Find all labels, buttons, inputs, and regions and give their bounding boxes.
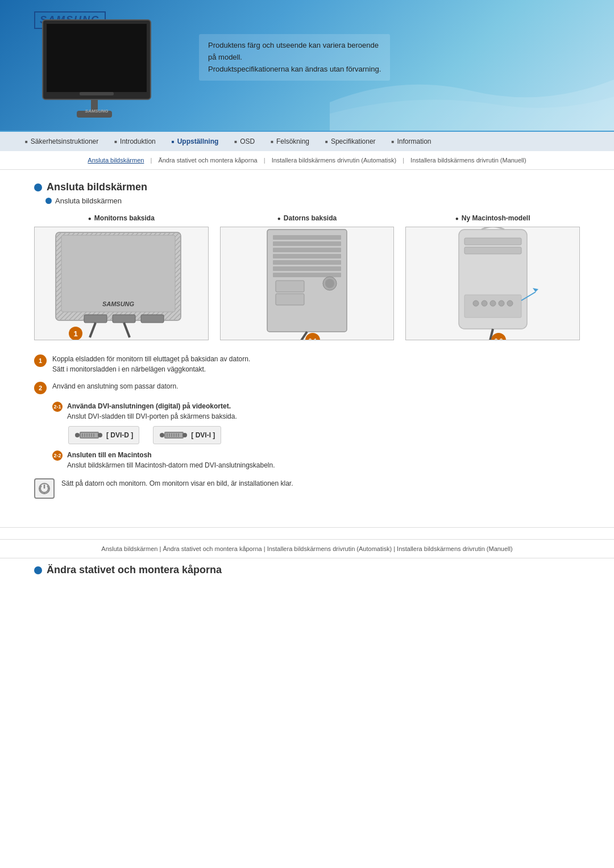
pc-back-svg: 2-1 (239, 227, 375, 340)
step-1: 1 Koppla elsladden för monitorn till elu… (34, 354, 580, 374)
footer-breadcrumb: Ansluta bildskärmen | Ändra stativet och… (0, 539, 614, 558)
col1-title: Monitorns baksida (34, 214, 209, 222)
breadcrumb-item-3[interactable]: Installera bildskärmens drivrutin (Autom… (272, 157, 396, 164)
mac-svg: 2-2 (425, 227, 561, 340)
breadcrumb-item-1[interactable]: Ansluta bildskärmen (88, 157, 144, 164)
svg-rect-20 (273, 248, 341, 252)
monitor-illustration: SAMSUNG (34, 17, 165, 122)
nav-bar: Säkerhetsinstruktioner Introduktion Upps… (0, 131, 614, 151)
svg-rect-5 (80, 92, 114, 95)
svg-rect-11 (113, 315, 135, 323)
pc-back-diagram: 2-1 (220, 227, 395, 340)
svg-text:2-2: 2-2 (494, 338, 503, 340)
svg-point-55 (98, 433, 102, 437)
svg-point-46 (75, 433, 80, 437)
breadcrumb-item-4[interactable]: Installera bildskärmens drivrutin (Manue… (410, 157, 526, 164)
svg-marker-42 (533, 288, 538, 292)
svg-point-28 (325, 279, 334, 288)
main-divider (0, 527, 614, 528)
svg-rect-12 (141, 315, 164, 323)
step-1-text: Koppla elsladden för monitorn till elutt… (52, 354, 250, 374)
section2-title: Ändra stativet och montera kåporna (47, 564, 222, 576)
diagram-col-monitor: Monitorns baksida SAMSUNG (34, 214, 209, 340)
step-2: 2 Använd en anslutning som passar datorn… (34, 381, 580, 394)
svg-text:SAMSUNG: SAMSUNG (85, 108, 109, 114)
svg-point-38 (490, 301, 496, 306)
footer-bc-item-3[interactable]: Installera bildskärmens drivrutin (Autom… (267, 545, 392, 552)
sub-step-2-1-badge: 2-1 (52, 402, 63, 412)
footer-bc-item-2[interactable]: Ändra stativet och montera kåporna (163, 545, 262, 552)
section1-heading: Ansluta bildskärmen (34, 181, 580, 193)
svg-rect-25 (276, 281, 304, 292)
svg-rect-21 (273, 254, 341, 258)
footer-bc-item-1[interactable]: Ansluta bildskärmen (101, 545, 157, 552)
nav-item-setup[interactable]: Uppställning (164, 135, 227, 148)
section2-area: Ändra stativet och montera kåporna (0, 564, 614, 576)
sub-step-2-1: 2-1 Använda DVI-anslutningen (digital) p… (52, 401, 580, 444)
svg-line-13 (90, 323, 96, 337)
svg-line-14 (124, 323, 130, 337)
svg-point-39 (499, 301, 504, 306)
mac-diagram: 2-2 (405, 227, 580, 340)
svg-point-36 (473, 301, 479, 306)
nav-item-troubleshoot[interactable]: Felsökning (263, 135, 317, 148)
col2-title: Datorns baksida (220, 214, 395, 222)
nav-item-intro[interactable]: Introduktion (106, 135, 164, 148)
svg-rect-22 (273, 260, 341, 265)
svg-rect-26 (276, 294, 304, 305)
svg-rect-34 (464, 247, 521, 254)
svg-rect-33 (464, 238, 521, 245)
svg-rect-18 (273, 235, 341, 240)
power-icon (34, 478, 55, 499)
sub-section1-bullet (45, 198, 52, 204)
sub-section1-title: Ansluta bildskärmen (55, 197, 122, 205)
monitor-back-diagram: SAMSUNG 1 (34, 227, 209, 340)
section1-bullet (34, 183, 42, 191)
svg-point-65 (182, 433, 187, 437)
nav-item-safety[interactable]: Säkerhetsinstruktioner (17, 135, 106, 148)
breadcrumb-item-2[interactable]: Ändra stativet och montera kåporna (158, 157, 257, 164)
breadcrumb-top: Ansluta bildskärmen | Ändra stativet och… (0, 151, 614, 170)
banner-description: Produktens färg och utseende kan variera… (199, 34, 390, 81)
svg-text:2-1: 2-1 (309, 338, 317, 340)
nav-item-osd[interactable]: OSD (226, 135, 263, 148)
power-svg (38, 482, 51, 495)
footer-bc-item-4[interactable]: Installera bildskärmens drivrutin (Manue… (397, 545, 513, 552)
sub-section1-heading: Ansluta bildskärmen (45, 197, 580, 205)
dvi-i-label: [ DVI-I ] (191, 431, 215, 439)
col3-title: Ny Macintosh-modell (405, 214, 580, 222)
svg-point-56 (160, 433, 164, 437)
sub-step-2-1-text: Använda DVI-anslutningen (digital) på vi… (67, 401, 237, 422)
nav-item-specs[interactable]: Specifikationer (317, 135, 384, 148)
sub-step-2-2-text: Ansluten till en Macintosh Anslut bildsk… (67, 450, 275, 470)
svg-rect-10 (84, 315, 107, 323)
dvi-i-icon (159, 429, 188, 441)
power-step: Sätt på datorn och monitorn. Om monitorn… (34, 478, 580, 499)
svg-text:SAMSUNG: SAMSUNG (102, 301, 135, 307)
header-banner: SAMSUNG SAMSUNG Produktens färg och utse… (0, 0, 614, 131)
svg-point-37 (482, 301, 487, 306)
section2-bullet (34, 566, 42, 574)
power-step-text: Sätt på datorn och monitorn. Om monitorn… (61, 478, 293, 489)
svg-point-40 (507, 301, 513, 306)
main-content: Ansluta bildskärmen Ansluta bildskärmen … (0, 170, 614, 516)
sub-step-2-1-inner: 2-1 Använda DVI-anslutningen (digital) p… (52, 401, 580, 422)
dvi-d-label: [ DVI-D ] (106, 431, 133, 439)
diagram-col-mac: Ny Macintosh-modell (405, 214, 580, 340)
sub-step-2-2-inner: 2-2 Ansluten till en Macintosh Anslut bi… (52, 450, 580, 470)
diagram-area: Monitorns baksida SAMSUNG (34, 214, 580, 340)
step-2-badge: 2 (34, 382, 47, 394)
dvi-connectors: [ DVI-D ] [ DVI-I ] (68, 426, 580, 444)
nav-item-info[interactable]: Information (384, 135, 439, 148)
sub-step-2-2-badge: 2-2 (52, 450, 63, 461)
svg-rect-23 (273, 266, 341, 271)
section1-title: Ansluta bildskärmen (47, 181, 147, 193)
sub-step-2-2: 2-2 Ansluten till en Macintosh Anslut bi… (52, 450, 580, 470)
steps-area: 1 Koppla elsladden för monitorn till elu… (34, 354, 580, 499)
diagram-col-pc: Datorns baksida (220, 214, 395, 340)
step-2-text: Använd en anslutning som passar datorn. (52, 381, 178, 391)
dvi-d-icon (74, 429, 103, 441)
dvi-d-item: [ DVI-D ] (68, 426, 139, 444)
monitor-back-svg: SAMSUNG 1 (44, 227, 198, 340)
dvi-i-item: [ DVI-I ] (153, 426, 221, 444)
